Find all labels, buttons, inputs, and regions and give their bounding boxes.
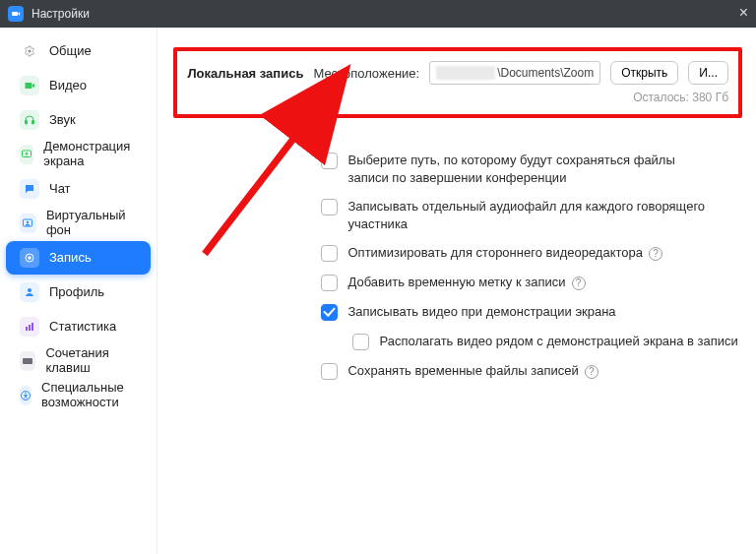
open-folder-button[interactable]: Открыть: [610, 61, 678, 85]
checkbox[interactable]: [321, 153, 338, 169]
svg-rect-1: [26, 121, 28, 125]
change-folder-button[interactable]: И...: [688, 61, 728, 85]
svg-rect-11: [32, 323, 33, 331]
sidebar-item-label: Сочетания клавиш: [45, 346, 137, 376]
svg-point-14: [25, 393, 27, 395]
record-icon: [20, 248, 39, 268]
help-icon[interactable]: ?: [572, 277, 586, 290]
virtual-bg-icon: [20, 214, 36, 233]
help-icon[interactable]: ?: [585, 365, 598, 379]
checkbox[interactable]: [321, 199, 338, 215]
sidebar-item-audio[interactable]: Звук: [6, 103, 151, 137]
zoom-app-icon: [8, 6, 24, 22]
sidebar-item-stats[interactable]: Статистика: [6, 310, 151, 343]
gear-icon: [20, 41, 39, 61]
opt-timestamp: Добавить временную метку к записи?: [321, 274, 742, 291]
sidebar-item-label: Виртуальный фон: [46, 209, 138, 238]
profile-icon: [20, 282, 39, 302]
checkbox[interactable]: [321, 245, 338, 262]
sidebar-item-label: Специальные возможности: [41, 381, 137, 410]
sidebar-item-virtual-bg[interactable]: Виртуальный фон: [6, 207, 151, 240]
accessibility-icon: [20, 386, 32, 405]
sidebar-item-label: Общие: [49, 44, 92, 59]
svg-point-5: [27, 221, 29, 223]
sidebar-item-label: Статистика: [49, 320, 116, 335]
sidebar-item-recording[interactable]: Запись: [6, 241, 151, 275]
opt-video-beside-share: Располагать видео рядом с демонстрацией …: [352, 333, 742, 350]
window-title: Настройки: [32, 7, 90, 21]
sidebar-item-chat[interactable]: Чат: [6, 172, 151, 206]
content-pane: Локальная запись Местоположение: \Docume…: [158, 28, 756, 554]
checkbox[interactable]: [321, 304, 338, 321]
sidebar-item-label: Запись: [49, 251, 92, 266]
option-label: Выберите путь, по которому будут сохраня…: [347, 152, 712, 186]
location-label: Местоположение:: [313, 66, 419, 81]
opt-separate-audio: Записывать отдельный аудиофайл для каждо…: [321, 198, 742, 232]
local-recording-heading: Локальная запись: [187, 66, 303, 81]
sidebar-item-label: Видео: [49, 79, 87, 93]
recording-path-field[interactable]: \Documents\Zoom: [429, 61, 600, 85]
svg-rect-2: [32, 121, 34, 125]
checkbox[interactable]: [321, 275, 338, 291]
opt-keep-temp: Сохранять временные файлы записей?: [321, 362, 742, 380]
opt-choose-path: Выберите путь, по которому будут сохраня…: [321, 152, 742, 186]
svg-rect-12: [23, 358, 32, 364]
share-screen-icon: [20, 145, 33, 164]
recording-path-value: \Documents\Zoom: [497, 66, 594, 80]
space-remaining-text: Осталось: 380 Гб: [187, 91, 728, 104]
keyboard-icon: [20, 351, 35, 371]
sidebar-item-label: Демонстрация экрана: [43, 140, 137, 169]
checkbox[interactable]: [321, 363, 338, 380]
sidebar-item-share[interactable]: Демонстрация экрана: [6, 138, 151, 171]
sidebar-item-label: Звук: [49, 113, 76, 128]
close-icon[interactable]: ×: [739, 4, 748, 22]
stats-icon: [20, 317, 39, 337]
option-label: Записывать видео при демонстрации экрана: [347, 303, 615, 321]
opt-optimize-3rdparty: Оптимизировать для стороннего видеоредак…: [321, 244, 742, 262]
option-label: Располагать видео рядом с демонстрацией …: [379, 333, 737, 350]
sidebar-item-label: Профиль: [49, 285, 104, 300]
sidebar-item-keyboard[interactable]: Сочетания клавиш: [6, 344, 151, 378]
svg-point-8: [28, 288, 32, 292]
sidebar-item-video[interactable]: Видео: [6, 69, 151, 102]
chat-icon: [20, 179, 39, 199]
opt-record-video-share: Записывать видео при демонстрации экрана: [321, 303, 742, 321]
annotation-highlight-box: Локальная запись Местоположение: \Docume…: [173, 47, 742, 118]
help-icon[interactable]: ?: [649, 247, 662, 261]
sidebar-item-profile[interactable]: Профиль: [6, 276, 151, 309]
headphones-icon: [20, 110, 39, 130]
option-label: Добавить временную метку к записи?: [347, 274, 585, 291]
svg-point-7: [28, 256, 32, 260]
svg-rect-10: [29, 325, 31, 331]
recording-options: Выберите путь, по которому будут сохраня…: [321, 152, 742, 380]
title-bar: Настройки ×: [0, 0, 756, 28]
path-redacted: [436, 66, 495, 80]
option-label: Сохранять временные файлы записей?: [347, 362, 598, 380]
svg-rect-9: [26, 327, 28, 331]
option-label: Оптимизировать для стороннего видеоредак…: [347, 244, 662, 262]
video-icon: [20, 76, 39, 95]
checkbox[interactable]: [352, 334, 369, 350]
sidebar-item-accessibility[interactable]: Специальные возможности: [6, 379, 151, 412]
option-label: Записывать отдельный аудиофайл для каждо…: [347, 198, 712, 232]
svg-point-0: [29, 50, 32, 53]
sidebar-item-label: Чат: [49, 182, 71, 197]
sidebar-item-general[interactable]: Общие: [6, 34, 151, 68]
sidebar: Общие Видео Звук Демонстрация экрана Чат…: [0, 28, 158, 554]
